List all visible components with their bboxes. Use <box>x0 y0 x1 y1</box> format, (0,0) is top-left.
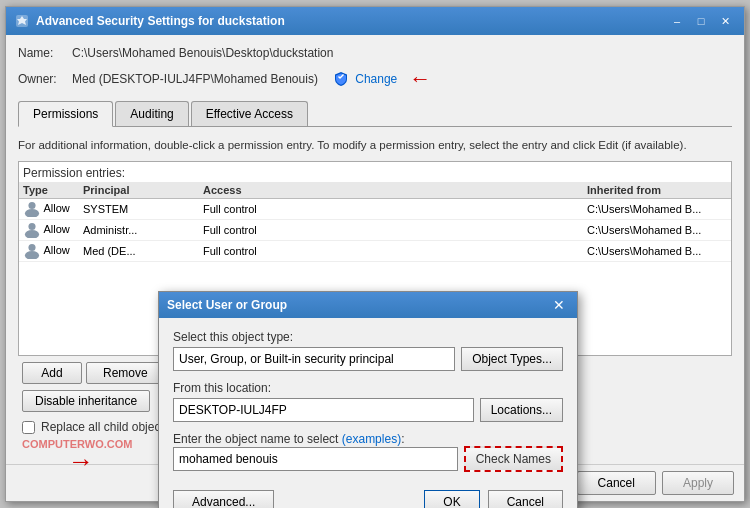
name-value: C:\Users\Mohamed Benouis\Desktop\ducksta… <box>72 46 333 60</box>
object-type-label: Select this object type: <box>173 330 563 344</box>
owner-value: Med (DESKTOP-IULJ4FP\Mohamed Benouis) <box>72 72 318 86</box>
tab-auditing[interactable]: Auditing <box>115 101 188 126</box>
tab-effective-access[interactable]: Effective Access <box>191 101 308 126</box>
object-type-input[interactable] <box>173 347 455 371</box>
tab-permissions[interactable]: Permissions <box>18 101 113 127</box>
name-row: Name: C:\Users\Mohamed Benouis\Desktop\d… <box>18 45 732 61</box>
from-location-input[interactable] <box>173 398 474 422</box>
cancel-button[interactable]: Cancel <box>577 471 656 495</box>
advanced-button[interactable]: Advanced... <box>173 490 274 508</box>
content-wrapper: Permission entries: Type Principal Acces… <box>18 161 732 454</box>
check-names-button[interactable]: Check Names <box>464 446 563 472</box>
permissions-info: For additional information, double-click… <box>18 131 732 157</box>
title-bar: Advanced Security Settings for duckstati… <box>6 7 744 35</box>
dialog-overlay: Select User or Group ✕ Select this objec… <box>18 161 732 454</box>
object-name-input[interactable] <box>173 447 458 471</box>
apply-button[interactable]: Apply <box>662 471 734 495</box>
dialog-body: Select this object type: Object Types...… <box>159 318 577 484</box>
title-bar-controls: – □ ✕ <box>666 11 736 31</box>
dialog-footer: Advanced... OK Cancel <box>159 484 577 508</box>
object-name-label: Enter the object name to select (example… <box>173 432 563 446</box>
owner-label: Owner: <box>18 72 66 86</box>
dialog-ok-button[interactable]: OK <box>424 490 479 508</box>
window-title: Advanced Security Settings for duckstati… <box>36 14 285 28</box>
shield-icon <box>333 71 349 87</box>
red-arrow-input: → <box>68 446 94 477</box>
name-label: Name: <box>18 46 66 60</box>
object-name-row: Check Names <box>173 446 563 472</box>
locations-button[interactable]: Locations... <box>480 398 563 422</box>
object-type-row: Object Types... <box>173 347 563 371</box>
maximize-button[interactable]: □ <box>690 11 712 31</box>
title-bar-left: Advanced Security Settings for duckstati… <box>14 13 285 29</box>
red-arrow-change: ← <box>409 66 431 92</box>
change-link[interactable]: Change <box>355 72 397 86</box>
from-location-row: Locations... <box>173 398 563 422</box>
select-user-dialog: Select User or Group ✕ Select this objec… <box>158 291 578 508</box>
tabs-container: Permissions Auditing Effective Access <box>18 101 732 127</box>
dialog-close-button[interactable]: ✕ <box>549 295 569 315</box>
dialog-cancel-button[interactable]: Cancel <box>488 490 563 508</box>
dialog-footer-right: OK Cancel <box>424 490 563 508</box>
object-types-button[interactable]: Object Types... <box>461 347 563 371</box>
close-button[interactable]: ✕ <box>714 11 736 31</box>
window-icon <box>14 13 30 29</box>
object-type-section: Select this object type: Object Types... <box>173 330 563 371</box>
dialog-title-bar: Select User or Group ✕ <box>159 292 577 318</box>
main-window: Advanced Security Settings for duckstati… <box>5 6 745 502</box>
minimize-button[interactable]: – <box>666 11 688 31</box>
from-location-section: From this location: Locations... <box>173 381 563 422</box>
from-location-label: From this location: <box>173 381 563 395</box>
dialog-title-text: Select User or Group <box>167 298 287 312</box>
examples-link[interactable]: (examples) <box>342 432 401 446</box>
owner-row: Owner: Med (DESKTOP-IULJ4FP\Mohamed Beno… <box>18 65 732 93</box>
object-name-section: Enter the object name to select (example… <box>173 432 563 472</box>
window-content: Name: C:\Users\Mohamed Benouis\Desktop\d… <box>6 35 744 464</box>
